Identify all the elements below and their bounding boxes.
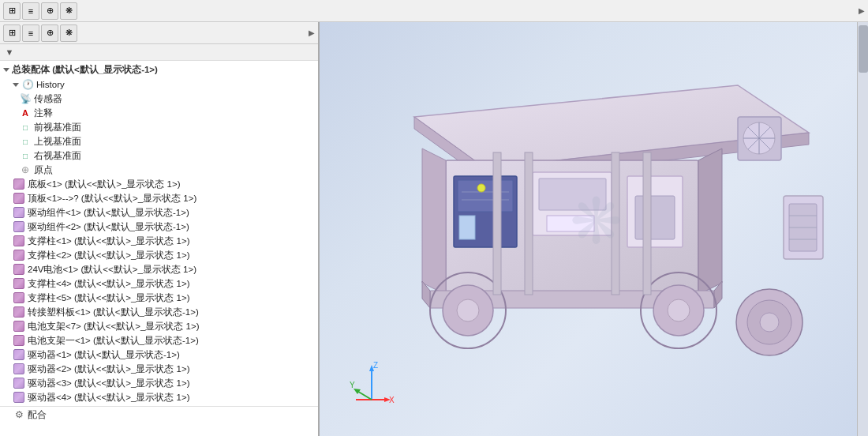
tree-item-origin[interactable]: ⊕ 原点	[0, 163, 318, 177]
battery-icon	[13, 263, 25, 276]
left-toolbar-btn-1[interactable]: ⊞	[3, 24, 21, 42]
front-plane-label: 前视基准面	[34, 122, 81, 133]
tree-item-front-plane[interactable]: □ 前视基准面	[0, 120, 318, 134]
tree-item-mate[interactable]: ⚙ 配合	[0, 406, 318, 423]
pillar2-icon	[13, 249, 25, 261]
tree-item-pillar2[interactable]: 支撑柱<2> (默认<<默认>_显示状态 1>)	[0, 248, 318, 262]
svg-marker-4	[422, 148, 446, 295]
tree-item-bsupport7[interactable]: 电池支架<7> (默认<<默认>_显示状态 1>)	[0, 319, 318, 333]
svg-rect-16	[458, 180, 513, 212]
root-label: 总装配体 (默认<默认_显示状态-1>)	[12, 64, 158, 76]
tree-item-battery[interactable]: 24V电池<1> (默认<<默认>_显示状态 1>)	[0, 262, 318, 276]
tree-area[interactable]: 总装配体 (默认<默认_显示状态-1>) 🕐 History 📡 传感器 A 注…	[0, 61, 318, 436]
root-chevron	[3, 68, 9, 72]
svg-text:X: X	[389, 396, 395, 404]
top-plane-label: 上视基准面	[34, 136, 81, 148]
left-panel: ⊞ ≡ ⊕ ❋ ▶ ▼ 总装配体 (默认<默认_显示状态-1>) 🕐 Histo…	[0, 22, 320, 436]
pillar1-icon	[13, 235, 25, 247]
scrollbar-thumb[interactable]	[859, 25, 868, 73]
svg-rect-17	[459, 216, 475, 239]
toolbar-btn-2[interactable]: ≡	[22, 2, 39, 20]
pillar4-icon	[13, 277, 25, 290]
svg-text:❋: ❋	[570, 186, 623, 257]
svg-rect-40	[643, 152, 651, 295]
history-chevron	[13, 83, 19, 87]
pillar4-label: 支撑柱<4> (默认<<默认>_显示状态 1>)	[28, 278, 190, 290]
svg-text:Z: Z	[373, 361, 378, 370]
bsupport7-icon	[13, 320, 25, 333]
tree-item-motor4[interactable]: 驱动器<4> (默认<<默认>_显示状态 1>)	[0, 390, 318, 404]
axis-indicator: Z X Y	[348, 360, 395, 408]
mate-label: 配合	[28, 409, 47, 421]
left-toolbar-btn-2[interactable]: ≡	[22, 24, 39, 42]
bbracket-label: 电池支架一<1> (默认<默认_显示状态-1>)	[28, 335, 199, 347]
plastic-icon	[13, 306, 25, 318]
left-expand-arrow[interactable]: ▶	[309, 28, 315, 37]
motor1-icon	[13, 348, 25, 361]
tree-item-annotation[interactable]: A 注释	[0, 106, 318, 120]
battery-label: 24V电池<1> (默认<<默认>_显示状态 1>)	[28, 264, 196, 276]
left-toolbar-btn-3[interactable]: ⊕	[41, 24, 58, 42]
tree-item-motor3[interactable]: 驱动器<3> (默认<<默认>_显示状态 1>)	[0, 376, 318, 390]
cad-viewport[interactable]: ❋ Z X Y	[320, 22, 868, 436]
part2-icon	[13, 192, 25, 205]
tree-item-top-plane[interactable]: □ 上视基准面	[0, 134, 318, 148]
drive2-icon	[13, 220, 25, 233]
second-toolbar: ⊞ ≡ ⊕ ❋ ▶	[0, 22, 318, 44]
tree-item-drive1[interactable]: 驱动组件<1> (默认<默认_显示状态-1>)	[0, 205, 318, 220]
motor3-icon	[13, 377, 25, 389]
toolbar-btn-4[interactable]: ❋	[60, 2, 77, 20]
sensor-label: 传感器	[34, 93, 62, 105]
annotation-icon: A	[19, 107, 32, 119]
svg-rect-25	[635, 196, 675, 239]
scrollbar-right[interactable]	[857, 22, 868, 436]
tree-item-pillar5[interactable]: 支撑柱<5> (默认<<默认>_显示状态 1>)	[0, 291, 318, 305]
bsupport7-label: 电池支架<7> (默认<<默认>_显示状态 1>)	[28, 321, 200, 333]
tree-item-drive2[interactable]: 驱动组件<2> (默认<默认_显示状态-1>)	[0, 220, 318, 234]
history-label: History	[36, 80, 65, 89]
svg-rect-38	[525, 152, 533, 295]
front-plane-icon: □	[19, 121, 32, 133]
motor3-label: 驱动器<3> (默认<<默认>_显示状态 1>)	[28, 378, 190, 389]
tree-item-bbracket[interactable]: 电池支架一<1> (默认<默认_显示状态-1>)	[0, 333, 318, 348]
svg-text:Y: Y	[350, 381, 355, 389]
tree-item-part1[interactable]: 底板<1> (默认<<默认>_显示状态 1>)	[0, 177, 318, 191]
tree-item-part2[interactable]: 顶板<1>-->? (默认<<默认>_显示状态 1>)	[0, 191, 318, 205]
tree-item-motor2[interactable]: 驱动器<2> (默认<<默认>_显示状态 1>)	[0, 362, 318, 376]
svg-marker-5	[698, 148, 722, 295]
tree-item-pillar4[interactable]: 支撑柱<4> (默认<<默认>_显示状态 1>)	[0, 276, 318, 291]
motor4-label: 驱动器<4> (默认<<默认>_显示状态 1>)	[28, 392, 190, 404]
part1-icon	[13, 178, 25, 190]
pillar5-label: 支撑柱<5> (默认<<默认>_显示状态 1>)	[28, 292, 190, 304]
main-area: ⊞ ≡ ⊕ ❋ ▶ ▼ 总装配体 (默认<默认_显示状态-1>) 🕐 Histo…	[0, 22, 868, 436]
top-toolbar: ⊞ ≡ ⊕ ❋ ▶	[0, 0, 868, 22]
tree-item-motor1[interactable]: 驱动器<1> (默认<默认_显示状态-1>)	[0, 348, 318, 362]
motor2-label: 驱动器<2> (默认<<默认>_显示状态 1>)	[28, 363, 190, 375]
left-toolbar-btn-4[interactable]: ❋	[60, 24, 77, 42]
motor2-icon	[13, 363, 25, 375]
pillar2-label: 支撑柱<2> (默认<<默认>_显示状态 1>)	[28, 250, 190, 261]
drive1-icon	[13, 206, 25, 219]
right-plane-icon: □	[19, 149, 32, 162]
tree-item-sensor[interactable]: 📡 传感器	[0, 92, 318, 106]
motor4-icon	[13, 391, 25, 404]
drive2-label: 驱动组件<2> (默认<默认_显示状态-1>)	[28, 221, 189, 233]
toolbar-btn-3[interactable]: ⊕	[41, 2, 58, 20]
right-plane-label: 右视基准面	[34, 150, 81, 162]
annotation-label: 注释	[34, 107, 53, 119]
expand-arrow[interactable]: ▶	[859, 6, 865, 15]
bbracket-icon	[13, 334, 25, 347]
history-icon: 🕐	[21, 78, 34, 91]
tree-item-right-plane[interactable]: □ 右视基准面	[0, 148, 318, 163]
svg-point-43	[760, 313, 779, 332]
tree-item-plastic[interactable]: 转接塑料板<1> (默认<默认_显示状态-1>)	[0, 305, 318, 319]
plastic-label: 转接塑料板<1> (默认<默认_显示状态-1>)	[28, 306, 199, 318]
svg-rect-37	[493, 152, 501, 295]
tree-item-history[interactable]: 🕐 History	[0, 77, 318, 92]
filter-icon[interactable]: ▼	[3, 46, 16, 58]
tree-root[interactable]: 总装配体 (默认<默认_显示状态-1>)	[0, 62, 318, 77]
toolbar-btn-1[interactable]: ⊞	[3, 2, 21, 20]
svg-point-20	[477, 184, 485, 192]
tree-item-pillar1[interactable]: 支撑柱<1> (默认<<默认>_显示状态 1>)	[0, 234, 318, 248]
part2-label: 顶板<1>-->? (默认<<默认>_显示状态 1>)	[28, 193, 196, 205]
